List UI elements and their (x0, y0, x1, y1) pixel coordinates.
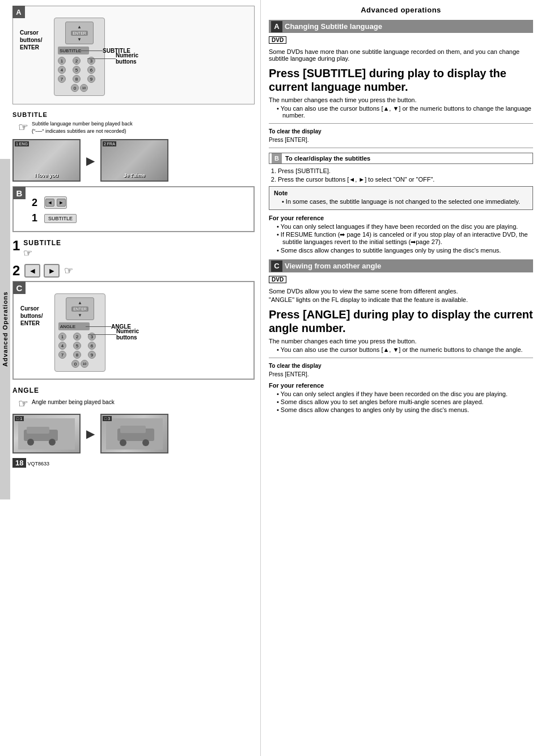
section-c-letter: C (13, 282, 26, 294)
num-8: 8 (73, 75, 81, 83)
section-b-box: B 2 ◄ ► 1 SUBTITLE (12, 186, 255, 232)
divider-b-top (269, 148, 533, 148)
svg-point-4 (49, 439, 56, 446)
svg-point-8 (120, 439, 126, 446)
remote-body-c: ▲ ENTER ▼ ANGLE ANGLE 1 2 (54, 293, 105, 372)
to-clear-action-c: Press [ENTER]. (269, 371, 533, 377)
to-clear-title-c: To clear the display (269, 363, 322, 369)
c-num-1: 1 (58, 333, 66, 341)
remote-enter-area: ▲ ENTER ▼ (65, 22, 94, 44)
angle-btn: ANGLE (58, 322, 90, 330)
section-c-bullet-1: You can also use the cursor buttons [▲, … (277, 346, 533, 353)
step2-num: 2 (32, 197, 41, 209)
enter-btn-c: ENTER (71, 306, 88, 312)
angle-screen-1: □ 1 (12, 414, 81, 453)
screen1-badge: 1 ENG (15, 141, 29, 146)
step-1-row: 1 SUBTITLE (32, 212, 250, 224)
section-b-content: 2 ◄ ► 1 SUBTITLE (17, 191, 250, 224)
tv-screens: 1 ENG I love you ▶ 2 FRA Je t'aime (12, 139, 255, 182)
c-numeric-line: Numericbuttons (88, 328, 139, 341)
cursor-label-c: Cursorbuttons/ENTER (20, 305, 43, 327)
subtitle-diagram-header: SUBTITLE (12, 111, 255, 118)
section-c-intro1: Some DVDs allow you to view the same sce… (269, 288, 533, 295)
section-b-bar: B To clear/display the subtitles (269, 153, 533, 164)
svg-rect-2 (27, 427, 49, 434)
c-num-10: 10 (81, 360, 88, 368)
c-num-row-bottom: 0 10 (58, 360, 102, 368)
screen2-subtitle: Je t'aime (102, 173, 167, 178)
dvd-badge-c: DVD (269, 276, 533, 285)
section-a-title: Changing Subtitle language (285, 22, 382, 31)
ref-bullet-b-2: If RESUME function (➡ page 14) is cancel… (277, 231, 533, 246)
screen1-subtitle: I love you (14, 173, 79, 178)
subtitle-word: SUBTITLE (12, 111, 48, 118)
svg-rect-7 (120, 426, 146, 433)
note-bullets: In some cases, the subtitle language is … (274, 198, 528, 205)
subtitle-diagram: SUBTITLE ☞ Subtitle language number bein… (12, 111, 255, 182)
remote-enter-area-c: ▲ ENTER ▼ (66, 297, 94, 320)
step1-subtitle-label: SUBTITLE (23, 239, 61, 247)
ref-bullet-c-1: You can only select angles if they have … (277, 390, 533, 397)
divider-c (269, 358, 533, 358)
svg-point-9 (142, 439, 149, 446)
divider-a (269, 123, 533, 124)
c-num-0: 0 (71, 360, 79, 368)
dvd-text-c: DVD (269, 276, 286, 283)
angle-arrow-right: ▶ (86, 427, 95, 440)
numeric-line: Numericbuttons (87, 52, 138, 65)
cursor-label-a: Cursorbuttons/ENTER (20, 29, 42, 51)
section-c-heading: C Viewing from another angle (269, 259, 533, 272)
section-a-box: A Cursorbuttons/ENTER ▲ ENTER ▼ SUBTITLE (12, 6, 255, 104)
angle-badge-2: □ 3 (103, 416, 112, 421)
ref-bullet-b-3: Some discs allow changes to subtitle lan… (277, 247, 533, 254)
right-column: Advanced operations A Changing Subtitle … (261, 0, 541, 756)
step2-area: 2 ◄ ► ☞ (12, 264, 255, 278)
svg-point-3 (27, 439, 34, 446)
enter-btn: ENTER (71, 31, 88, 36)
angle-word: ANGLE (12, 387, 255, 394)
mini-btn-right: ► (57, 199, 66, 207)
step1-num: 1 (32, 212, 41, 224)
section-c-desc: The number changes each time you press t… (269, 338, 533, 345)
press-angle-heading: Press [ANGLE] during play to display the… (269, 308, 533, 335)
angle-desc-row: ☞ Angle number being played back (12, 397, 255, 410)
section-c-title: Viewing from another angle (285, 262, 381, 270)
num-row-bottom: 0 10 (58, 84, 101, 92)
note-box-b: Note In some cases, the subtitle languag… (269, 186, 533, 210)
to-clear-c: To clear the display (269, 363, 533, 369)
dvd-badge-a: DVD (269, 36, 533, 46)
subtitle-small-btn: SUBTITLE (44, 214, 77, 223)
arrow-down: ▼ (77, 37, 82, 42)
note-bullet-1: In some cases, the subtitle language is … (282, 198, 528, 205)
num-9: 9 (87, 75, 95, 83)
subtitle-hand: ☞ (18, 120, 28, 134)
step2-buttons: ◄ ► (24, 264, 60, 278)
remote-diagram-a: Cursorbuttons/ENTER ▲ ENTER ▼ SUBTITLE S… (20, 18, 250, 96)
ref-title-c: For your reference (269, 382, 533, 389)
angle-badge-1: □ 1 (15, 416, 24, 421)
step1-press-area: 1 SUBTITLE ☞ (12, 239, 255, 259)
page: Advanced Operations A Cursorbuttons/ENTE… (0, 0, 541, 756)
num-1: 1 (58, 57, 66, 65)
section-c-badge: C (271, 261, 282, 272)
to-clear-a: To clear the display (269, 128, 533, 135)
num-5: 5 (73, 66, 81, 74)
ref-bullet-c-3: Some discs allow changes to angles only … (277, 406, 533, 413)
num-7: 7 (58, 75, 66, 83)
ref-bullets-c: You can only select angles if they have … (269, 390, 533, 413)
dvd-text-a: DVD (269, 36, 286, 44)
c-num-2: 2 (73, 333, 81, 341)
car-svg-2 (106, 418, 163, 450)
num-2: 2 (73, 57, 81, 65)
arrow-right: ▶ (86, 154, 95, 167)
step-b-1: Press [SUBTITLE]. (278, 167, 533, 174)
section-b-title: To clear/display the subtitles (285, 155, 370, 162)
section-c-intro2: "ANGLE" lights on the FL display to indi… (269, 296, 533, 303)
model-number: VQT8633 (27, 461, 49, 467)
section-b-badge: B (272, 153, 282, 163)
c-num-8: 8 (73, 351, 81, 359)
step-2-row: 2 ◄ ► (32, 196, 250, 209)
side-label: Advanced Operations (0, 159, 10, 499)
step2-hand: ☞ (64, 264, 73, 277)
section-a-heading: A Changing Subtitle language (269, 20, 533, 33)
